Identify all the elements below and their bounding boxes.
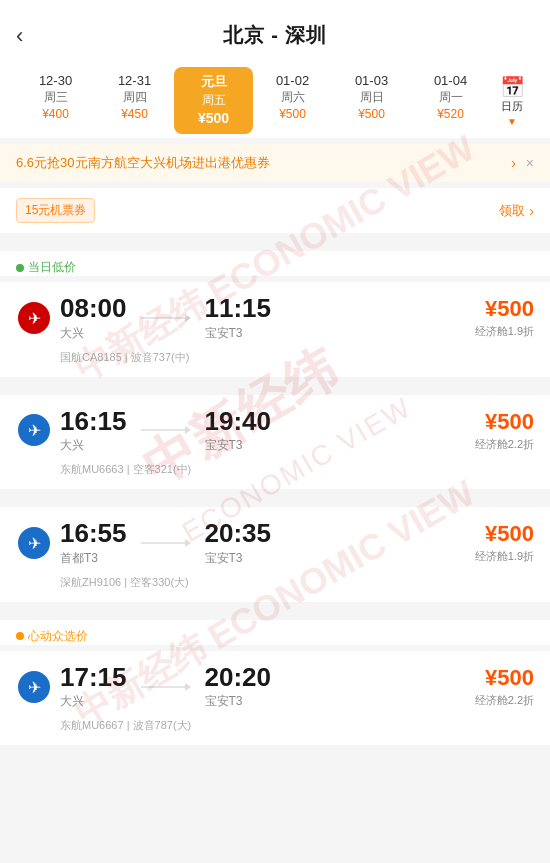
flight-main-row: ✈ 17:15 大兴 <box>16 663 534 711</box>
section-separator <box>0 495 550 501</box>
arrive-airport: 宝安T3 <box>205 325 272 342</box>
date-price: ¥400 <box>42 107 69 121</box>
date-tab-d6[interactable]: 01-04 周一 ¥520 <box>411 67 490 134</box>
coupon-arrow-icon: › <box>529 203 534 219</box>
weekday-label: 周日 <box>360 89 384 106</box>
route-title: 北京 - 深圳 <box>223 22 328 49</box>
svg-text:✈: ✈ <box>28 422 41 439</box>
depart-time: 16:15 <box>60 407 127 436</box>
date-tab-d5[interactable]: 01-03 周日 ¥500 <box>332 67 411 134</box>
banner-chevron[interactable]: › <box>511 155 516 171</box>
flight-info: 深航ZH9106 | 空客330(大) <box>16 575 534 590</box>
flight-info: 国航CA8185 | 波音737(中) <box>16 350 534 365</box>
svg-marker-3 <box>185 314 191 322</box>
section-separator <box>0 383 550 389</box>
depart-airport: 大兴 <box>60 693 127 710</box>
flight-arrow-icon <box>137 422 195 438</box>
section-badge-row: 当日低价 <box>0 251 550 276</box>
section-badge-row: 心动众选价 <box>0 620 550 645</box>
date-label: 12-30 <box>39 73 72 88</box>
date-price: ¥500 <box>198 110 229 126</box>
depart-airport: 首都T3 <box>60 550 127 567</box>
flight-left: ✈ 16:55 首都T3 <box>16 519 271 567</box>
flight-discount: 经济舱1.9折 <box>475 549 534 564</box>
depart-time: 08:00 <box>60 294 127 323</box>
section-separator <box>0 239 550 245</box>
arrive-airport: 宝安T3 <box>205 550 272 567</box>
flight-left: ✈ 08:00 大兴 <box>16 294 271 342</box>
flight-card-inner: ✈ 16:15 大兴 <box>16 395 534 478</box>
flight-price: ¥500 <box>485 409 534 435</box>
flight-times: 08:00 大兴 11:15 宝安T3 <box>60 294 271 342</box>
header-top: ‹ 北京 - 深圳 <box>16 14 534 59</box>
flight-card-inner: ✈ 08:00 大兴 <box>16 282 534 365</box>
calendar-icon: 📅 <box>500 75 525 99</box>
arrive-block: 11:15 宝安T3 <box>205 294 272 342</box>
airline-logo: ✈ <box>16 300 52 336</box>
calendar-button[interactable]: 📅 日历 ▼ <box>490 67 534 134</box>
airline-logo: ✈ <box>16 412 52 448</box>
arrive-block: 20:35 宝安T3 <box>205 519 272 567</box>
calendar-arrow-icon: ▼ <box>507 116 517 127</box>
airline-logo: ✈ <box>16 525 52 561</box>
flight-discount: 经济舱2.2折 <box>475 437 534 452</box>
badge-text: 当日低价 <box>28 259 76 276</box>
depart-airport: 大兴 <box>60 325 127 342</box>
flight-arrow-icon <box>137 310 195 326</box>
weekday-label: 周六 <box>281 89 305 106</box>
date-tab-d1[interactable]: 12-30 周三 ¥400 <box>16 67 95 134</box>
airline-logo: ✈ <box>16 669 52 705</box>
calendar-label: 日历 <box>501 99 523 114</box>
flight-left: ✈ 16:15 大兴 <box>16 407 271 455</box>
date-price: ¥500 <box>358 107 385 121</box>
promo-banner: 6.6元抢30元南方航空大兴机场进出港优惠券 › × <box>0 144 550 182</box>
date-tab-d2[interactable]: 12-31 周四 ¥450 <box>95 67 174 134</box>
flight-main-row: ✈ 16:15 大兴 <box>16 407 534 455</box>
svg-marker-11 <box>185 539 191 547</box>
coupon-bar: 15元机票券 领取 › <box>0 188 550 233</box>
coupon-tag: 15元机票券 <box>16 198 95 223</box>
date-label: 12-31 <box>118 73 151 88</box>
svg-text:✈: ✈ <box>28 310 41 327</box>
flight-price: ¥500 <box>485 665 534 691</box>
flight-left: ✈ 17:15 大兴 <box>16 663 271 711</box>
coupon-collect-label: 领取 <box>499 202 525 220</box>
depart-time: 16:55 <box>60 519 127 548</box>
svg-text:✈: ✈ <box>28 679 41 696</box>
depart-time: 17:15 <box>60 663 127 692</box>
flight-card-inner: ✈ 17:15 大兴 <box>16 651 534 734</box>
arrive-block: 20:20 宝安T3 <box>205 663 272 711</box>
date-label: 01-03 <box>355 73 388 88</box>
back-button[interactable]: ‹ <box>16 23 23 49</box>
date-label: 01-04 <box>434 73 467 88</box>
flight-card[interactable]: ✈ 17:15 大兴 <box>0 651 550 746</box>
date-tab-d4[interactable]: 01-02 周六 ¥500 <box>253 67 332 134</box>
flight-right: ¥500 经济舱1.9折 <box>475 521 534 564</box>
banner-text: 6.6元抢30元南方航空大兴机场进出港优惠券 <box>16 154 511 172</box>
flight-main-row: ✈ 16:55 首都T3 <box>16 519 534 567</box>
svg-text:✈: ✈ <box>28 535 41 552</box>
flight-price: ¥500 <box>485 521 534 547</box>
banner-close-button[interactable]: × <box>526 155 534 171</box>
flight-right: ¥500 经济舱2.2折 <box>475 409 534 452</box>
flight-main-row: ✈ 08:00 大兴 <box>16 294 534 342</box>
arrive-time: 20:35 <box>205 519 272 548</box>
flight-card[interactable]: ✈ 08:00 大兴 <box>0 282 550 377</box>
date-price: ¥500 <box>279 107 306 121</box>
flight-discount: 经济舱2.2折 <box>475 693 534 708</box>
weekday-label: 周五 <box>202 92 226 109</box>
arrive-time: 11:15 <box>205 294 272 323</box>
badge-text: 心动众选价 <box>28 628 88 645</box>
depart-block: 08:00 大兴 <box>60 294 127 342</box>
date-tab-d3[interactable]: 元旦 周五 ¥500 <box>174 67 253 134</box>
date-scroll: 12-30 周三 ¥400 12-31 周四 ¥450 元旦 周五 ¥500 0… <box>16 59 534 138</box>
depart-airport: 大兴 <box>60 437 127 454</box>
banner-actions: › × <box>511 155 534 171</box>
flight-discount: 经济舱1.9折 <box>475 324 534 339</box>
arrive-block: 19:40 宝安T3 <box>205 407 272 455</box>
flight-card[interactable]: ✈ 16:15 大兴 <box>0 395 550 490</box>
section-separator <box>0 608 550 614</box>
flight-times: 16:15 大兴 19:40 宝安T3 <box>60 407 271 455</box>
flight-card[interactable]: ✈ 16:55 首都T3 <box>0 507 550 602</box>
coupon-collect-button[interactable]: 领取 › <box>499 202 534 220</box>
